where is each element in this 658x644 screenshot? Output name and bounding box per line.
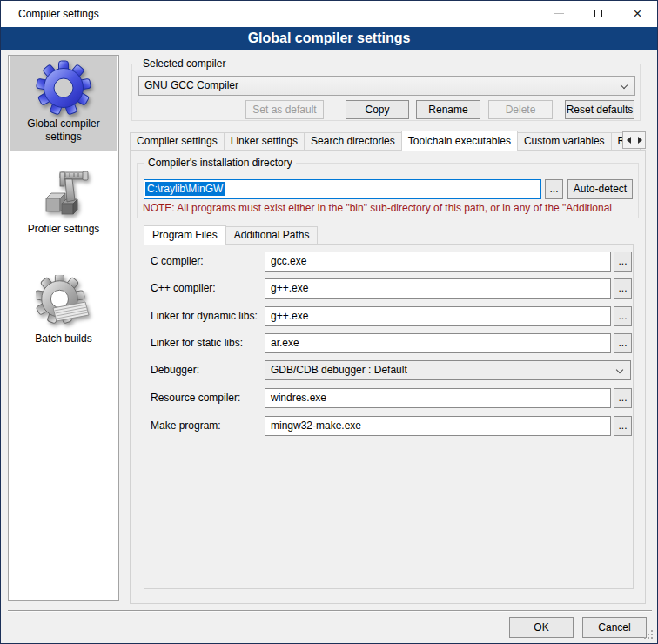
- maximize-icon: [594, 10, 602, 17]
- selected-path-text: C:\raylib\MinGW: [145, 182, 225, 196]
- linker-static-input[interactable]: ar.exe: [265, 333, 611, 353]
- settings-sidebar: Global compiler settings Profiler settin…: [8, 55, 119, 601]
- tab-scroll-right-button[interactable]: [634, 131, 646, 149]
- chevron-down-icon: [621, 82, 628, 89]
- sidebar-item-batch-builds[interactable]: Batch builds: [10, 275, 118, 367]
- close-button[interactable]: ×: [618, 1, 657, 26]
- resize-grip[interactable]: [644, 630, 646, 632]
- tab-toolchain-executables[interactable]: Toolchain executables: [401, 131, 518, 151]
- chevron-down-icon: [616, 366, 623, 373]
- make-program-browse-button[interactable]: ...: [614, 416, 632, 436]
- linker-static-label: Linker for static libs:: [151, 333, 262, 353]
- debugger-value: GDB/CDB debugger : Default: [271, 364, 407, 376]
- selected-compiler-dropdown[interactable]: GNU GCC Compiler: [138, 76, 635, 96]
- sidebar-item-profiler-settings[interactable]: Profiler settings: [10, 165, 118, 258]
- resource-compiler-label: Resource compiler:: [151, 388, 262, 408]
- group-title: Selected compiler: [139, 57, 229, 70]
- compiler-settings-dialog: Compiler settings × Global compiler sett…: [0, 0, 658, 644]
- tab-search-directories[interactable]: Search directories: [304, 132, 402, 151]
- window-title: Compiler settings: [18, 8, 99, 20]
- sidebar-item-global-compiler-settings[interactable]: Global compiler settings: [10, 56, 118, 151]
- tab-scroll-left-button[interactable]: [622, 131, 634, 149]
- cancel-button[interactable]: Cancel: [582, 617, 647, 638]
- tab-custom-variables[interactable]: Custom variables: [517, 132, 612, 151]
- linker-static-browse-button[interactable]: ...: [614, 333, 632, 353]
- linker-dynamic-input[interactable]: g++.exe: [265, 306, 611, 326]
- left-arrow-icon: [627, 137, 631, 144]
- page-title: Global compiler settings: [1, 27, 657, 50]
- ok-button[interactable]: OK: [509, 617, 574, 638]
- sidebar-item-label: Profiler settings: [10, 223, 118, 236]
- close-icon: ×: [634, 6, 642, 21]
- c-compiler-input[interactable]: gcc.exe: [265, 252, 611, 272]
- make-program-label: Make program:: [151, 416, 262, 436]
- subtab-additional-paths[interactable]: Additional Paths: [225, 226, 319, 245]
- linker-dynamic-label: Linker for dynamic libs:: [151, 306, 262, 326]
- debugger-label: Debugger:: [151, 360, 262, 380]
- sidebar-item-label: Batch builds: [10, 332, 118, 345]
- installation-directory-input[interactable]: C:\raylib\MinGW: [144, 179, 541, 199]
- rename-button[interactable]: Rename: [416, 100, 480, 119]
- make-program-input[interactable]: mingw32-make.exe: [265, 416, 611, 436]
- right-arrow-icon: [638, 137, 642, 144]
- bin-subdirectory-note: NOTE: All programs must exist either in …: [143, 202, 636, 215]
- sidebar-item-label: Global compiler settings: [10, 117, 118, 144]
- linker-dynamic-browse-button[interactable]: ...: [614, 306, 632, 326]
- resource-compiler-browse-button[interactable]: ...: [614, 388, 632, 408]
- gray-gear-papers-icon: [36, 275, 91, 331]
- browse-directory-button[interactable]: ...: [545, 179, 563, 199]
- cpp-compiler-input[interactable]: g++.exe: [265, 278, 611, 299]
- toolchain-subtabstrip: Program Files Additional Paths: [144, 225, 318, 245]
- copy-button[interactable]: Copy: [346, 100, 409, 119]
- auto-detect-button[interactable]: Auto-detect: [567, 179, 633, 199]
- maximize-button[interactable]: [579, 1, 618, 26]
- cpp-compiler-label: C++ compiler:: [151, 278, 262, 299]
- set-as-default-button[interactable]: Set as default: [245, 100, 324, 119]
- resource-compiler-input[interactable]: windres.exe: [265, 388, 611, 408]
- caliper-icon: [36, 165, 91, 221]
- subtab-program-files[interactable]: Program Files: [144, 225, 226, 245]
- selected-compiler-value: GNU GCC Compiler: [144, 79, 238, 91]
- reset-defaults-button[interactable]: Reset defaults: [565, 100, 634, 119]
- delete-button[interactable]: Delete: [488, 100, 553, 119]
- group-title: Compiler's installation directory: [144, 157, 296, 170]
- main-tabstrip: Compiler settings Linker settings Search…: [130, 131, 647, 151]
- tab-linker-settings[interactable]: Linker settings: [224, 132, 305, 151]
- minimize-button[interactable]: [540, 1, 579, 26]
- tab-compiler-settings[interactable]: Compiler settings: [130, 132, 225, 151]
- blue-gear-icon: [36, 60, 91, 116]
- footer-divider: [8, 610, 652, 612]
- cpp-compiler-browse-button[interactable]: ...: [614, 278, 632, 299]
- tab-scroll-arrows: [623, 131, 646, 149]
- debugger-dropdown[interactable]: GDB/CDB debugger : Default: [265, 360, 631, 380]
- titlebar[interactable]: Compiler settings ×: [1, 1, 657, 27]
- minimize-icon: [554, 13, 564, 14]
- c-compiler-label: C compiler:: [151, 252, 262, 272]
- c-compiler-browse-button[interactable]: ...: [614, 252, 632, 272]
